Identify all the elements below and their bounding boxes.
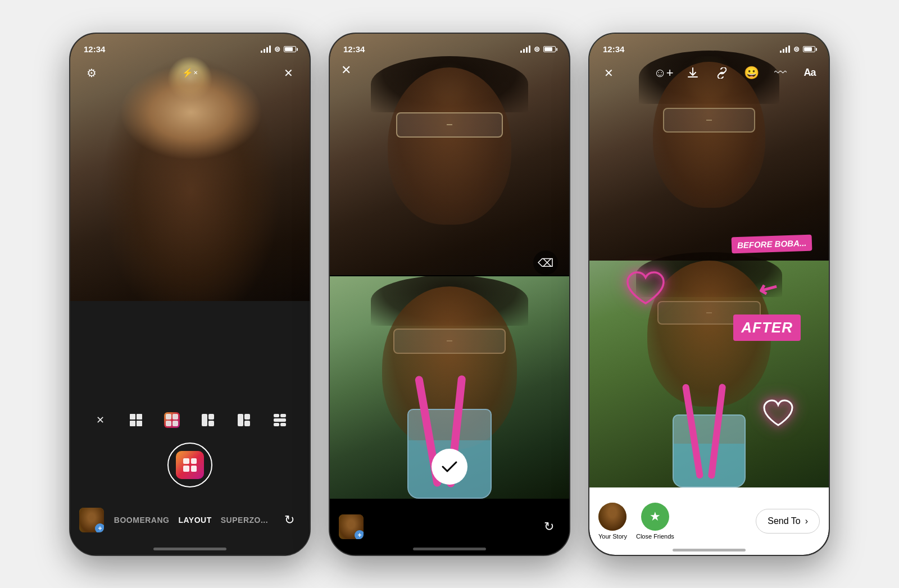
download-btn[interactable] (683, 63, 703, 83)
layout-3col-btn[interactable] (233, 409, 255, 431)
delete-photo-btn[interactable]: ⌫ (533, 250, 558, 275)
layout-close-btn[interactable]: ✕ (89, 409, 111, 431)
top-photo-preview: ✕ (330, 34, 569, 275)
layout-capture-btn[interactable] (167, 443, 212, 487)
layout-options: ✕ (70, 409, 310, 431)
close-friends-option[interactable]: ★ Close Friends (636, 503, 674, 540)
wifi-icon: ⊜ (274, 45, 280, 53)
before-boba-sticker[interactable]: BEFORE BOBA... (731, 234, 812, 253)
draw-btn[interactable]: 〰 (770, 63, 791, 83)
battery-icon-3 (803, 46, 815, 52)
battery-icon (284, 46, 296, 52)
layout-mode[interactable]: LAYOUT (178, 516, 211, 525)
bottom-nav-1: + BOOMERANG LAYOUT SUPERZO... ↻ (70, 508, 310, 532)
wifi-icon-2: ⊜ (534, 45, 540, 53)
layout-grid-2x2-btn[interactable] (125, 409, 147, 431)
gallery-plus-icon: + (95, 523, 104, 532)
signal-icon-3 (780, 45, 790, 53)
status-time-3: 12:34 (603, 44, 624, 54)
face-sticker-btn[interactable]: 😀 (741, 63, 761, 83)
status-bar-1: 12:34 ⊜ (70, 34, 310, 58)
status-icons-1: ⊜ (261, 45, 296, 53)
send-to-label: Send To (768, 516, 800, 526)
check-icon (441, 460, 458, 473)
split-divider (330, 275, 569, 276)
status-bar-2: 12:34 ⊜ (330, 34, 569, 58)
gallery-thumb-2[interactable]: + (339, 514, 364, 539)
heart-sticker-1[interactable] (623, 270, 668, 311)
your-story-option[interactable]: Your Story (598, 503, 627, 540)
superzoom-mode[interactable]: SUPERZO... (221, 516, 268, 525)
heart-sticker-icon-2 (761, 398, 795, 429)
your-story-label: Your Story (598, 533, 627, 540)
close-friends-icon: ★ (641, 503, 669, 531)
phone-3: 12:34 ⊜ (588, 33, 830, 556)
send-to-chevron: › (805, 516, 808, 526)
gallery-thumb-1[interactable]: + (79, 508, 104, 532)
camera-preview-1: ⚙ ⚡✕ ✕ (70, 34, 310, 303)
battery-icon-2 (543, 46, 556, 52)
settings-icon[interactable]: ⚙ (81, 63, 102, 83)
phone-2: 12:34 ⊜ (329, 33, 570, 556)
status-icons-3: ⊜ (780, 45, 815, 53)
wifi-icon-3: ⊜ (793, 45, 800, 53)
after-sticker[interactable]: AFTER (733, 314, 801, 341)
close-icon-2[interactable]: ✕ (341, 63, 351, 77)
status-time-1: 12:34 (84, 44, 105, 54)
story-edit-controls: ✕ ☺+ 😀 〰 Aa (589, 63, 829, 83)
phone-1: 12:34 ⊜ ⚙ ⚡✕ ✕ (69, 33, 311, 556)
heart-sticker-2[interactable] (761, 398, 795, 431)
your-story-avatar (598, 503, 626, 531)
layout-grid-active-btn[interactable] (161, 409, 183, 431)
heart-sticker-icon-1 (623, 270, 668, 309)
gallery-plus-2: + (355, 530, 364, 539)
download-icon (687, 67, 699, 79)
close-icon-1[interactable]: ✕ (278, 63, 298, 83)
layout-half-btn[interactable] (197, 409, 219, 431)
close-story-btn[interactable]: ✕ (598, 63, 619, 83)
home-indicator-1 (153, 548, 226, 550)
status-icons-2: ⊜ (520, 45, 556, 53)
close-btn-2[interactable]: ✕ (341, 63, 351, 78)
link-icon (716, 67, 728, 79)
send-to-btn[interactable]: Send To › (756, 509, 820, 534)
layout-4-btn[interactable] (269, 409, 291, 431)
mode-labels: BOOMERANG LAYOUT SUPERZO... (114, 516, 268, 525)
status-time-2: 12:34 (343, 44, 365, 54)
flip-camera-btn-2[interactable]: ↻ (538, 516, 560, 538)
close-friends-label: Close Friends (636, 533, 674, 540)
signal-icon (261, 45, 271, 53)
home-indicator-3 (673, 549, 746, 551)
emoji-sticker-btn[interactable]: ☺+ (653, 63, 674, 83)
status-bar-3: 12:34 ⊜ (589, 34, 829, 58)
flip-camera-btn[interactable]: ↻ (278, 509, 301, 531)
top-controls-1: ⚙ ⚡✕ ✕ (70, 63, 310, 83)
layout-icon-inner (176, 451, 204, 479)
bottom-area-1: ✕ (70, 301, 310, 555)
flash-icon[interactable]: ⚡✕ (180, 63, 200, 83)
text-btn[interactable]: Aa (800, 63, 820, 83)
home-indicator-2 (413, 548, 486, 550)
link-btn[interactable] (712, 63, 732, 83)
story-bottom-bar: Your Story ★ Close Friends Send To › (589, 487, 829, 555)
signal-icon-2 (520, 45, 530, 53)
bottom-bar-2: + ↻ (330, 499, 569, 555)
confirm-layout-btn[interactable] (432, 449, 467, 485)
boomerang-mode[interactable]: BOOMERANG (114, 516, 170, 525)
